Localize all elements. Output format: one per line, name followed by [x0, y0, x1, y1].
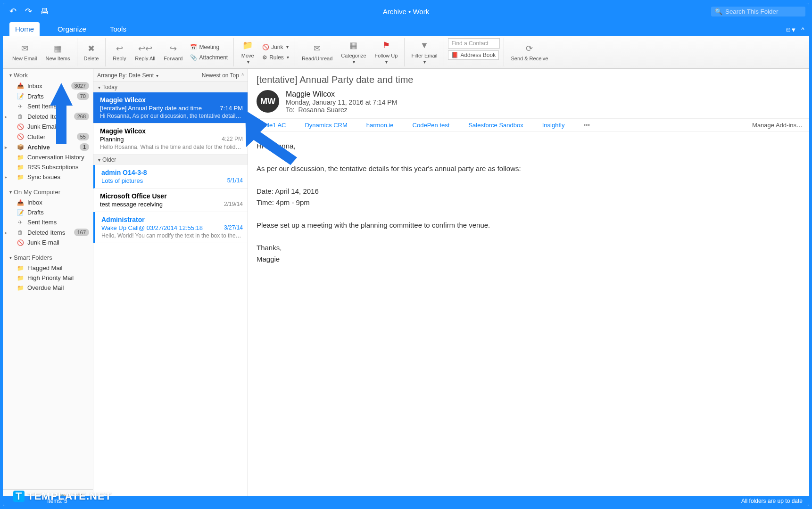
sidebar-item[interactable]: ✈Sent Items — [3, 101, 93, 111]
sidebar-item-label: Junk E-mail — [27, 239, 59, 246]
forward-button[interactable]: ↪Forward — [161, 41, 185, 62]
folder-icon: ✈ — [17, 103, 24, 110]
address-book-button[interactable]: 📕Address Book — [448, 50, 499, 60]
addin-link[interactable]: CodePen test — [413, 122, 450, 129]
chevron-down-icon: ▾ — [98, 85, 100, 90]
sidebar-section-work[interactable]: ▾Work — [3, 69, 93, 81]
attachment-button[interactable]: 📎Attachment — [188, 53, 230, 62]
folder-icon: 📁 — [17, 154, 24, 161]
new-items-button[interactable]: ▦New Items — [43, 41, 73, 62]
sidebar-item[interactable]: 📁Conversation History — [3, 152, 93, 162]
junk-button[interactable]: 🚫Junk▾ — [260, 43, 291, 51]
account-icon[interactable]: ☺▾ — [785, 25, 795, 34]
sidebar-item[interactable]: 📁Flagged Mail — [3, 263, 93, 273]
meeting-button[interactable]: 📅Meeting — [188, 43, 230, 51]
new-email-button[interactable]: ✉New Email — [9, 41, 40, 62]
categorize-button[interactable]: ▦Categorize▾ — [338, 39, 369, 66]
message-item[interactable]: Maggie Wilcox [tentative] Annual Party d… — [93, 92, 248, 123]
count-badge: 167 — [74, 229, 89, 236]
tab-home[interactable]: Home — [9, 22, 40, 36]
addin-more-icon[interactable]: ••• — [583, 122, 590, 129]
message-item[interactable]: Microsoft Office User test message recei… — [93, 189, 248, 212]
group-older[interactable]: ▾Older — [93, 155, 248, 165]
sidebar-section-smart[interactable]: ▾Smart Folders — [3, 251, 93, 263]
chevron-down-icon: ▾ — [98, 157, 100, 163]
tab-tools[interactable]: Tools — [104, 22, 132, 36]
sidebar-item-label: Archive — [27, 144, 50, 151]
search-box[interactable]: 🔍 — [711, 7, 805, 16]
reply-button[interactable]: ↩Reply — [109, 41, 129, 62]
sidebar-item-label: Sync Issues — [27, 173, 60, 181]
sidebar-item[interactable]: 🚫Junk E-mail — [3, 238, 93, 247]
addin-link[interactable]: Insightly — [542, 122, 565, 129]
watermark-logo-icon: T — [13, 491, 25, 502]
sidebar-item[interactable]: ▸🗑Deleted Items268 — [3, 111, 93, 122]
sidebar-item[interactable]: ▸🗑Deleted Items167 — [3, 227, 93, 238]
annotation-arrow-2 — [245, 110, 302, 167]
manage-addins-link[interactable]: Manage Add-ins… — [752, 122, 803, 129]
sidebar-item-label: Junk Email — [27, 123, 58, 130]
addin-link[interactable]: Dynamics CRM — [305, 122, 347, 129]
count-badge: 55 — [77, 133, 89, 140]
tab-organize[interactable]: Organize — [52, 22, 92, 36]
collapse-ribbon-icon[interactable]: ^ — [801, 26, 804, 34]
sidebar-item[interactable]: 📥Inbox — [3, 197, 93, 207]
junk-icon: 🚫 — [262, 44, 269, 50]
message-item[interactable]: Administrator Wake Up Call@ 03/27/2014 1… — [93, 212, 248, 243]
sidebar-item-label: Drafts — [27, 93, 44, 100]
folder-icon: 📁 — [17, 275, 24, 281]
send-receive-button[interactable]: ⟳Send & Receive — [508, 41, 551, 62]
message-body: Hi Rosanna, As per our discussion, the t… — [248, 132, 809, 273]
message-item[interactable]: admin O14-3-8 Lots of pictures5/1/14 — [93, 165, 248, 189]
sidebar-item[interactable]: 📁RSS Subscriptions — [3, 162, 93, 172]
sidebar-item[interactable]: ✈Sent Items — [3, 217, 93, 227]
sidebar-item[interactable]: 🚫Clutter55 — [3, 131, 93, 142]
print-icon[interactable]: 🖶 — [41, 7, 49, 16]
move-icon: 📁 — [241, 40, 254, 52]
delete-button[interactable]: ✖Delete — [81, 41, 102, 62]
address-book-icon: 📕 — [451, 52, 458, 58]
sidebar-item-label: Flagged Mail — [27, 264, 62, 271]
sidebar-item-label: Overdue Mail — [27, 284, 64, 291]
folder-icon: 🚫 — [17, 133, 24, 140]
addin-link[interactable]: Salesforce Sandbox — [468, 122, 523, 129]
sidebar-item[interactable]: 📝Drafts70 — [3, 91, 93, 101]
sidebar-item[interactable]: ▸📦Archive1 — [3, 142, 93, 152]
delete-icon: ✖ — [85, 42, 97, 55]
message-item[interactable]: Maggie Wilcox Planning4:22 PM Hello Rosa… — [93, 123, 248, 155]
folder-icon: 📝 — [17, 93, 24, 99]
follow-up-button[interactable]: ⚑Follow Up▾ — [372, 39, 401, 66]
find-contact-input[interactable]: Find a Contact — [448, 38, 500, 49]
folder-icon: 📥 — [17, 82, 24, 89]
sidebar-item[interactable]: 📁Overdue Mail — [3, 283, 93, 293]
search-input[interactable] — [725, 8, 801, 15]
sidebar-item[interactable]: 📝Drafts — [3, 207, 93, 217]
chevron-down-icon: ▾ — [9, 73, 12, 78]
redo-icon[interactable]: ↷ — [25, 6, 32, 16]
reader-subject: [tentative] Annual Party date and time — [248, 69, 809, 88]
reply-all-button[interactable]: ↩↩Reply All — [132, 41, 158, 62]
filter-email-button[interactable]: ▼Filter Email▾ — [408, 39, 440, 66]
reading-pane: [tentative] Annual Party date and time M… — [248, 69, 809, 506]
rules-button[interactable]: ⚙Rules▾ — [260, 53, 291, 62]
sidebar-item[interactable]: 📥Inbox3027 — [3, 81, 93, 91]
arrange-bar[interactable]: Arrange By: Date Sent ▾ Newest on Top ^ — [93, 69, 248, 82]
folder-sidebar: ▾Work 📥Inbox3027📝Drafts70✈Sent Items▸🗑De… — [3, 69, 93, 506]
window-title: Archive • Work — [383, 8, 429, 16]
sidebar-item[interactable]: ▸📁Sync Issues — [3, 172, 93, 182]
read-unread-button[interactable]: ✉Read/Unread — [299, 41, 335, 62]
undo-icon[interactable]: ↶ — [9, 6, 17, 16]
addin-link[interactable]: harmon.ie — [366, 122, 394, 129]
chevron-right-icon: ▸ — [5, 230, 7, 235]
folder-icon: 🚫 — [17, 239, 24, 246]
sidebar-item[interactable]: 📁High Priority Mail — [3, 273, 93, 283]
move-button[interactable]: 📁Move▾ — [238, 39, 257, 66]
group-today[interactable]: ▾Today — [93, 82, 248, 92]
addins-bar: Mobile1 AC Dynamics CRM harmon.ie CodePe… — [248, 119, 809, 132]
reply-all-icon: ↩↩ — [139, 42, 151, 55]
sidebar-item-label: High Priority Mail — [27, 274, 74, 281]
ribbon: ✉New Email ▦New Items ✖Delete ↩Reply ↩↩R… — [3, 36, 809, 69]
sidebar-item-label: Clutter — [27, 133, 45, 140]
sidebar-section-computer[interactable]: ▾On My Computer — [3, 186, 93, 197]
sidebar-item[interactable]: 🚫Junk Email — [3, 122, 93, 131]
